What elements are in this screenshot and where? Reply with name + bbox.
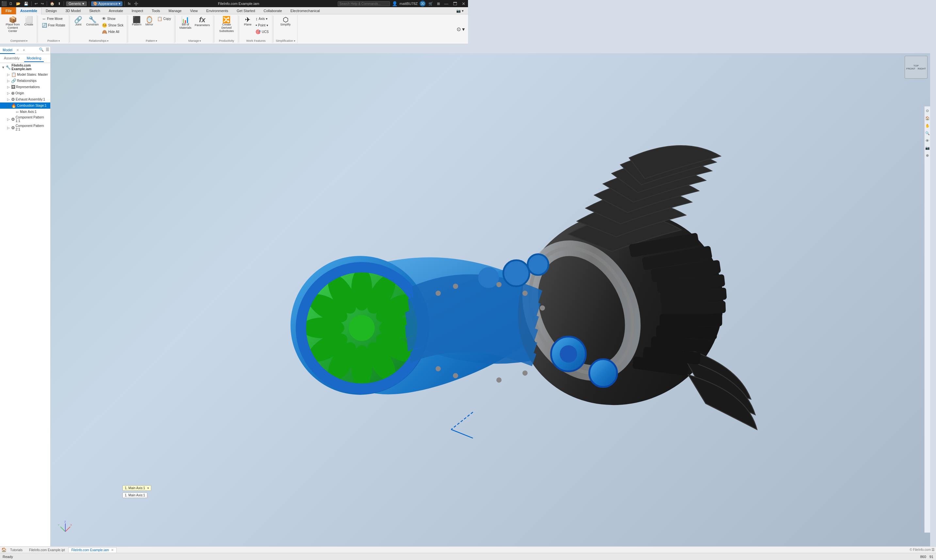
- title-generic-dropdown[interactable]: Generic ▾: [66, 1, 87, 6]
- left-panel: Model ✕ + 🔍 ☰ Assembly Modeling ▼ 🔧 File…: [0, 47, 51, 280]
- tree-relationships[interactable]: ▷ 🔗 Relationships: [0, 78, 50, 84]
- create-derived-button[interactable]: 🔀 Create DerivedSubstitutes: [217, 16, 236, 33]
- comp-pattern-1-expand[interactable]: ▷: [6, 117, 11, 121]
- place-from-content-center-button[interactable]: 📦 Place fromContent Center: [3, 16, 22, 33]
- axis-button[interactable]: ↕ Axis ▾: [254, 16, 270, 22]
- constrain-button[interactable]: 🔧 Constrain: [85, 16, 100, 27]
- timer-badge: 30: [419, 1, 426, 6]
- tab-add[interactable]: +: [20, 47, 28, 54]
- tab-tools[interactable]: Tools: [147, 7, 164, 14]
- group-simplification-items: ⬡ Simplify: [279, 16, 292, 38]
- root-expand[interactable]: ▼: [1, 66, 5, 69]
- exhaust-icon: ⚙: [11, 97, 15, 102]
- expand-btn[interactable]: ⊞: [436, 1, 441, 6]
- add-btn[interactable]: ➕: [133, 1, 139, 6]
- bom-button[interactable]: 📊 Bill ofMaterials: [178, 16, 193, 30]
- user-icon: 👤: [392, 1, 398, 6]
- origin-label: Origin: [15, 91, 24, 95]
- tab-model-close[interactable]: ✕: [15, 48, 20, 54]
- title-up[interactable]: ⬆: [57, 1, 62, 6]
- tab-collaborate[interactable]: Collaborate: [259, 7, 286, 14]
- joint-button[interactable]: 🔗 Joint: [72, 16, 84, 27]
- search-tree-btn[interactable]: 🔍: [38, 47, 45, 54]
- tree-main-axis[interactable]: ↔ Main Axis:1: [0, 109, 50, 115]
- tab-file[interactable]: File: [1, 7, 16, 14]
- pattern-dropdown-arrow[interactable]: ▾: [156, 40, 157, 42]
- manage-dropdown-arrow[interactable]: ▾: [199, 40, 201, 42]
- maximize-btn[interactable]: 🗖: [452, 1, 458, 6]
- tree-menu-btn[interactable]: ☰: [45, 47, 50, 54]
- copy-button[interactable]: 📋 Copy: [156, 16, 172, 22]
- tab-inspect[interactable]: Inspect: [127, 7, 147, 14]
- title-quick-newfile[interactable]: 🗋: [8, 1, 14, 6]
- position-dropdown-arrow[interactable]: ▾: [59, 40, 60, 42]
- tree-model-states[interactable]: ▷ 📋 Model States: Master: [0, 71, 50, 78]
- title-filename: FileInfo.com Example.iam: [142, 2, 336, 6]
- tree-origin[interactable]: ▷ ⊕ Origin: [0, 90, 50, 96]
- tab-electromechanical[interactable]: Electromechanical: [286, 7, 324, 14]
- hide-all-button[interactable]: 🙈 Hide All: [100, 29, 125, 35]
- tree-combustion[interactable]: ▷ 🔥 Combustion Stage:1: [0, 103, 50, 109]
- relationships-dropdown-arrow[interactable]: ▾: [107, 40, 108, 42]
- simplify-button[interactable]: ⬡ Simplify: [279, 16, 292, 27]
- subtab-assembly[interactable]: Assembly: [1, 55, 22, 62]
- simplification-dropdown-arrow[interactable]: ▾: [294, 40, 295, 42]
- point-label: Point ▾: [258, 23, 268, 27]
- tab-sketch[interactable]: Sketch: [85, 7, 105, 14]
- tree-representations[interactable]: ▷ 🖼 Representations: [0, 84, 50, 90]
- title-quick-save[interactable]: 💾: [23, 1, 29, 6]
- combustion-expand[interactable]: ▷: [6, 104, 11, 108]
- tab-manage[interactable]: Manage: [164, 7, 186, 14]
- tree-exhaust[interactable]: ▷ ⚙ Exhaust Assembly:1: [0, 96, 50, 103]
- comp-pattern-2-label: Component Pattern 2:1: [16, 124, 49, 131]
- show-button[interactable]: 👁 Show: [100, 16, 125, 22]
- sep-g7: [273, 16, 273, 42]
- subtab-modeling[interactable]: Modeling: [24, 55, 44, 62]
- formula-btn[interactable]: fx: [127, 1, 132, 6]
- component-dropdown-arrow[interactable]: ▾: [26, 40, 28, 42]
- free-rotate-label: Free Rotate: [48, 23, 65, 27]
- title-undo[interactable]: ↩: [34, 1, 39, 6]
- appearance-dropdown[interactable]: 🎨 Appearance ▾: [91, 1, 123, 6]
- comp-pattern-2-expand[interactable]: ▷: [6, 126, 11, 129]
- ucs-button[interactable]: 🎯 UCS: [254, 29, 270, 35]
- parameters-button[interactable]: fx Parameters: [193, 16, 211, 28]
- title-quick-open[interactable]: 📂: [15, 1, 22, 6]
- tree-root[interactable]: ▼ 🔧 FileInfo.com Example.iam: [0, 63, 50, 71]
- mirror-button[interactable]: 🪞 Mirror: [143, 16, 155, 27]
- tab-3dmodel[interactable]: 3D Model: [61, 7, 85, 14]
- minimize-btn[interactable]: —: [443, 1, 450, 6]
- free-rotate-button[interactable]: 🔄 Free Rotate: [40, 22, 66, 28]
- tab-extra[interactable]: 📷 ▾: [452, 7, 468, 14]
- pattern-button[interactable]: ⬛ Pattern: [131, 16, 143, 27]
- point-icon: •: [255, 23, 257, 28]
- relationships-expand[interactable]: ▷: [6, 79, 11, 83]
- exhaust-expand[interactable]: ▷: [6, 98, 11, 101]
- tab-assemble[interactable]: Assemble: [16, 7, 42, 14]
- sep-g3: [128, 16, 128, 42]
- viewport[interactable]: 1. Main Axis:1 ▾ 1. Main Axis:1 TOP FRON…: [51, 53, 468, 280]
- group-pattern-label: Pattern ▾: [146, 39, 157, 42]
- create-button[interactable]: ⬜ Create: [23, 16, 35, 27]
- title-redo[interactable]: ↪: [40, 1, 45, 6]
- show-sick-button[interactable]: 🤒 Show Sick: [100, 22, 125, 28]
- model-states-expand[interactable]: ▷: [6, 73, 11, 76]
- origin-expand[interactable]: ▷: [6, 91, 11, 95]
- tree-comp-pattern-1[interactable]: ▷ ⚙ Component Pattern 1:1: [0, 115, 50, 123]
- tab-annotate[interactable]: Annotate: [105, 7, 127, 14]
- free-move-button[interactable]: ↔ Free Move: [40, 16, 66, 22]
- close-btn[interactable]: ✕: [461, 1, 467, 6]
- title-home[interactable]: 🏠: [49, 1, 56, 6]
- tab-design[interactable]: Design: [42, 7, 61, 14]
- point-button[interactable]: • Point ▾: [254, 22, 270, 28]
- view-circle-btn[interactable]: ⊙ ▾: [455, 25, 466, 33]
- representations-expand[interactable]: ▷: [6, 85, 11, 89]
- tab-view[interactable]: View: [186, 7, 202, 14]
- search-input[interactable]: [338, 1, 390, 6]
- tab-getstarted[interactable]: Get Started: [233, 7, 259, 14]
- tab-environments[interactable]: Environments: [202, 7, 233, 14]
- tree-comp-pattern-2[interactable]: ▷ ⚙ Component Pattern 2:1: [0, 123, 50, 132]
- tab-model[interactable]: Model: [0, 47, 15, 54]
- cart-icon[interactable]: 🛒: [427, 1, 434, 6]
- plane-button[interactable]: ✈ Plane: [242, 16, 253, 27]
